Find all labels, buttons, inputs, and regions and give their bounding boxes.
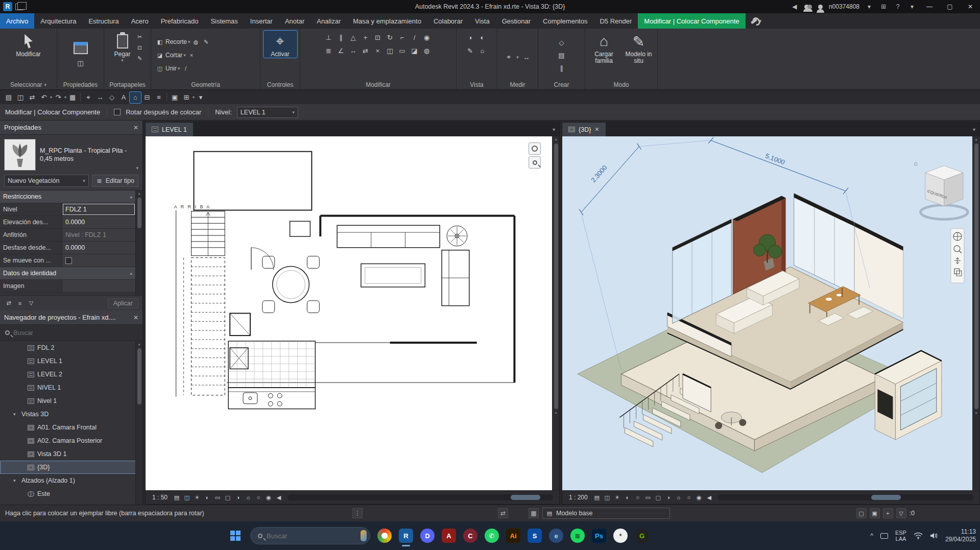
material-icon[interactable]: ◫	[75, 57, 86, 68]
view-3d-horizontal-scrollbar[interactable]	[718, 494, 973, 500]
print-icon[interactable]: ▦	[67, 92, 78, 103]
split-icon[interactable]: /	[409, 32, 420, 43]
create-group-icon[interactable]: ◇	[556, 37, 567, 48]
panel-label-modo[interactable]: Modo	[585, 80, 657, 89]
tree-item-fdl2[interactable]: FDL 2	[0, 341, 142, 354]
default-3d-view-icon[interactable]: ⌂	[130, 92, 141, 103]
sort-ascending-icon[interactable]: ⇄	[4, 299, 13, 308]
taskbar-search-input[interactable]	[267, 532, 356, 540]
detail-level-icon[interactable]: ▤	[172, 493, 181, 502]
tab-insertar[interactable]: Insertar	[244, 13, 279, 29]
detail-level-icon[interactable]: ▤	[592, 493, 602, 502]
pin-icon[interactable]: ◉	[421, 32, 433, 43]
moves-with-grids-checkbox[interactable]	[65, 257, 72, 264]
worksharing-status-icon[interactable]: ⇄	[498, 508, 508, 518]
trim-icon[interactable]: ⌐	[397, 32, 408, 43]
search-highlight-image[interactable]	[361, 530, 367, 541]
apply-button[interactable]: Aplicar	[108, 298, 138, 308]
panel-label-modificar[interactable]: Modificar	[300, 80, 456, 89]
section-icon[interactable]: ⊟	[141, 92, 153, 103]
paint-tool-icon[interactable]: ◍	[421, 45, 433, 56]
modificar-tool-button[interactable]: Modificar	[12, 31, 45, 58]
panel-label-geometria[interactable]: Geometría	[151, 80, 260, 89]
type-selector-caret-icon[interactable]: ▾	[136, 165, 138, 171]
mirror-icon[interactable]: △	[348, 32, 359, 43]
copy-icon[interactable]: ⊡	[135, 43, 145, 52]
taskbar-search[interactable]	[250, 527, 370, 544]
app-store-icon[interactable]: ⊞	[879, 3, 888, 10]
view-3d-canvas[interactable]: 2.3000 5.1000 IZQUIERDA ⌂	[562, 136, 972, 490]
cope-label[interactable]: Recorte	[165, 38, 187, 45]
temporary-properties-icon[interactable]: ○	[684, 493, 694, 502]
shadows-icon[interactable]: ◐	[203, 493, 212, 502]
constraints-icon[interactable]: ◉	[695, 493, 704, 502]
tab-colaborar[interactable]: Colaborar	[427, 13, 469, 29]
cut-geometry-icon[interactable]: ◪	[155, 51, 164, 60]
panel-label-vista[interactable]: Vista	[457, 80, 497, 89]
tree-node-vistas-3d[interactable]: ▾ Vistas 3D	[0, 408, 142, 421]
volume-icon[interactable]	[930, 532, 938, 539]
model-in-place-button[interactable]: ✎ Modelo in situ	[622, 31, 656, 64]
panel-label-seleccionar[interactable]: Seleccionar ▾	[0, 80, 57, 89]
property-value[interactable]: 0.0000	[62, 216, 135, 228]
cut-icon[interactable]: ✂	[135, 32, 145, 41]
help-caret-icon[interactable]: ▾	[907, 3, 917, 10]
visual-style-icon[interactable]: ◫	[603, 493, 612, 502]
view-3d-scale[interactable]: 1 : 200	[565, 493, 591, 501]
autocad-icon[interactable]: A	[442, 529, 456, 543]
tree-item-nivel1-upper[interactable]: NIVEL 1	[0, 381, 142, 394]
redo-icon[interactable]: ↷	[53, 92, 64, 103]
property-value[interactable]: FDLZ 1	[62, 203, 135, 216]
wifi-icon[interactable]	[914, 532, 923, 539]
worksets-icon[interactable]: ▦	[529, 508, 539, 518]
undo-icon[interactable]: ↶	[38, 92, 50, 103]
start-button[interactable]	[228, 528, 243, 543]
tray-expand-icon[interactable]: ^	[870, 532, 873, 539]
help-icon[interactable]: ?	[893, 3, 902, 10]
array-icon[interactable]: ≣	[323, 45, 334, 56]
tab-estructura[interactable]: Estructura	[82, 13, 125, 29]
switch-windows-icon[interactable]: ⊞	[181, 92, 192, 103]
tab-prefabricado[interactable]: Prefabricado	[155, 13, 205, 29]
clock[interactable]: 11:13 29/04/2025	[945, 528, 976, 543]
load-family-button[interactable]: ⌂ Cargar familia	[587, 31, 621, 64]
tag-icon[interactable]: ◇	[106, 92, 117, 103]
view-3d-tab[interactable]: {3D} ✕	[562, 123, 606, 136]
cut-geometry-label[interactable]: Cortar	[165, 52, 182, 59]
expand-icon[interactable]: ▾	[13, 478, 18, 483]
temporary-properties-icon[interactable]: ○	[254, 493, 263, 502]
paste-button[interactable]: Pegar ▾	[111, 31, 134, 63]
tab-modificar-colocar-componente[interactable]: Modificar | Colocar Componente	[638, 13, 745, 29]
save-icon[interactable]: ◫	[15, 92, 26, 103]
reveal-hidden-icon[interactable]: ☼	[244, 493, 253, 502]
tri-left-icon[interactable]: ◀	[274, 493, 283, 502]
editable-only-icon[interactable]: ▢	[856, 508, 867, 518]
cut-profile-icon[interactable]: ◪	[409, 45, 420, 56]
tab-anotar[interactable]: Anotar	[279, 13, 310, 29]
type-selector[interactable]: M_RPC Planta - Tropical Pita - 0,45 metr…	[0, 135, 142, 175]
side-panel-icon[interactable]	[880, 533, 888, 539]
project-browser-close-icon[interactable]: ✕	[133, 314, 138, 321]
sync-central-icon[interactable]: ⇄	[27, 92, 38, 103]
dimension-tool-icon[interactable]: ↔	[521, 52, 532, 63]
collapse-icon[interactable]: ▴	[130, 194, 132, 199]
rotate-icon[interactable]: ↻	[385, 32, 396, 43]
collapse-icon[interactable]: ▴	[130, 271, 132, 276]
visual-style-icon[interactable]: ◫	[182, 493, 192, 502]
panel-label-crear[interactable]: Crear	[538, 80, 585, 89]
close-inactive-windows-icon[interactable]: ▣	[169, 92, 180, 103]
tree-item-3d-default[interactable]: {3D}	[0, 461, 142, 474]
properties-header[interactable]: Propiedades ✕	[0, 121, 142, 135]
panel-label-portapapeles[interactable]: Portapapeles	[104, 80, 151, 89]
expand-icon[interactable]: ▾	[13, 412, 18, 417]
active-workset-combo[interactable]: ▤ Modelo base	[542, 508, 670, 519]
view-3d-vertical-scrollbar[interactable]: ▴ ▾	[972, 136, 979, 490]
constraints-icon[interactable]: ◉	[264, 493, 273, 502]
account-caret-icon[interactable]: ▾	[865, 3, 874, 10]
tab-complementos[interactable]: Complementos	[537, 13, 593, 29]
maximize-button[interactable]: ▢	[942, 0, 958, 13]
property-value[interactable]: 0.0000	[62, 242, 135, 254]
properties-palette-icon[interactable]	[74, 42, 88, 54]
temporary-hide-icon[interactable]: ◑	[233, 493, 243, 502]
demolish-icon[interactable]: ×	[187, 51, 196, 60]
